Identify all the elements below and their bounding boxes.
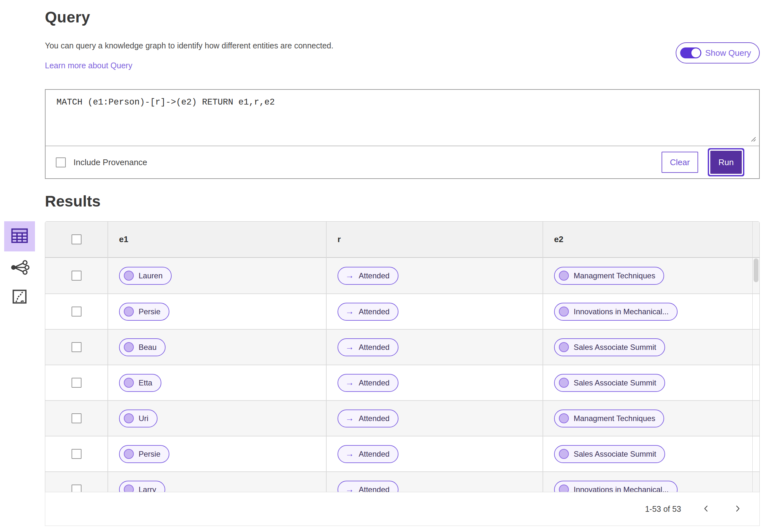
entity-pill-e1[interactable]: Persie bbox=[119, 445, 169, 463]
row-checkbox[interactable] bbox=[72, 307, 81, 317]
table-row: Persie → Attended Sales Associate Summit bbox=[45, 436, 759, 471]
toggle-knob bbox=[691, 48, 700, 57]
include-provenance-label: Include Provenance bbox=[73, 157, 147, 167]
results-table: e1 r e2 Lauren → Attended Managment Tech… bbox=[45, 221, 760, 507]
entity-pill-e2[interactable]: Innovations in Mechanical... bbox=[554, 303, 678, 321]
row-checkbox[interactable] bbox=[72, 413, 81, 423]
relation-label: Attended bbox=[359, 450, 390, 459]
chevron-right-icon bbox=[733, 504, 742, 514]
relation-pill[interactable]: → Attended bbox=[337, 303, 399, 321]
relation-label: Attended bbox=[359, 343, 390, 352]
entity-label: Etta bbox=[139, 378, 152, 387]
column-divider bbox=[543, 222, 543, 506]
show-query-label: Show Query bbox=[705, 48, 751, 58]
query-footer: Include Provenance Clear Run bbox=[46, 146, 759, 178]
row-checkbox[interactable] bbox=[72, 378, 81, 388]
entity-label: Uri bbox=[139, 414, 148, 423]
entity-label: Sales Associate Summit bbox=[574, 378, 656, 387]
arrow-right-icon: → bbox=[345, 307, 354, 316]
learn-more-link[interactable]: Learn more about Query bbox=[45, 61, 132, 70]
column-divider bbox=[326, 222, 326, 506]
entity-pill-e2[interactable]: Managment Techniques bbox=[554, 410, 664, 427]
pagination-bar: 1-53 of 53 bbox=[45, 492, 760, 526]
row-checkbox[interactable] bbox=[72, 449, 81, 459]
entity-node-icon bbox=[559, 378, 569, 388]
row-checkbox[interactable] bbox=[72, 342, 81, 352]
entity-label: Sales Associate Summit bbox=[574, 450, 656, 459]
entity-node-icon bbox=[559, 271, 569, 281]
entity-node-icon bbox=[124, 271, 134, 281]
relation-pill[interactable]: → Attended bbox=[337, 374, 399, 392]
view-switcher-chart[interactable] bbox=[0, 290, 39, 305]
column-divider bbox=[107, 222, 108, 506]
arrow-right-icon: → bbox=[345, 271, 354, 280]
column-header-e2: e2 bbox=[543, 234, 759, 244]
relation-pill[interactable]: → Attended bbox=[337, 267, 399, 285]
arrow-right-icon: → bbox=[345, 414, 354, 423]
entity-pill-e2[interactable]: Sales Associate Summit bbox=[554, 445, 665, 463]
entity-pill-e1[interactable]: Persie bbox=[119, 303, 169, 321]
arrow-right-icon: → bbox=[345, 378, 354, 387]
relation-pill[interactable]: → Attended bbox=[337, 445, 399, 463]
entity-node-icon bbox=[124, 413, 134, 423]
entity-pill-e1[interactable]: Lauren bbox=[119, 267, 172, 285]
chart-view-icon bbox=[13, 290, 27, 305]
clear-button[interactable]: Clear bbox=[662, 152, 698, 173]
arrow-right-icon: → bbox=[345, 450, 354, 458]
entity-node-icon bbox=[559, 413, 569, 423]
select-all-checkbox[interactable] bbox=[72, 234, 81, 244]
entity-node-icon bbox=[124, 342, 134, 352]
relation-label: Attended bbox=[359, 307, 390, 316]
previous-page-button[interactable] bbox=[700, 502, 713, 516]
entity-label: Persie bbox=[139, 450, 160, 459]
page-title: Query bbox=[45, 8, 90, 26]
table-body: Lauren → Attended Managment Techniques P… bbox=[45, 258, 759, 507]
entity-pill-e1[interactable]: Uri bbox=[119, 410, 157, 427]
query-editor[interactable]: MATCH (e1:Person)-[r]->(e2) RETURN e1,r,… bbox=[46, 90, 759, 146]
entity-label: Sales Associate Summit bbox=[574, 343, 656, 352]
query-input[interactable]: MATCH (e1:Person)-[r]->(e2) RETURN e1,r,… bbox=[46, 90, 759, 115]
view-switcher-table-selected[interactable] bbox=[4, 221, 35, 251]
include-provenance-checkbox[interactable] bbox=[56, 157, 66, 167]
entity-pill-e2[interactable]: Managment Techniques bbox=[554, 267, 664, 285]
run-button[interactable]: Run bbox=[710, 151, 742, 174]
relation-label: Attended bbox=[359, 271, 390, 280]
next-page-button[interactable] bbox=[731, 502, 744, 516]
table-header-row: e1 r e2 bbox=[45, 222, 759, 258]
entity-pill-e1[interactable]: Beau bbox=[119, 338, 165, 356]
entity-label: Innovations in Mechanical... bbox=[574, 307, 669, 316]
table-row: Uri → Attended Managment Techniques bbox=[45, 400, 759, 436]
table-scrollbar[interactable] bbox=[752, 222, 759, 506]
relation-label: Attended bbox=[359, 378, 390, 387]
entity-node-icon bbox=[124, 307, 134, 317]
table-view-icon bbox=[11, 228, 28, 244]
entity-label: Persie bbox=[139, 307, 160, 316]
entity-label: Lauren bbox=[139, 271, 163, 280]
column-header-e1: e1 bbox=[107, 234, 326, 244]
entity-label: Beau bbox=[139, 343, 156, 352]
relation-label: Attended bbox=[359, 414, 390, 423]
entity-node-icon bbox=[124, 378, 134, 388]
chevron-left-icon bbox=[702, 504, 711, 514]
entity-pill-e2[interactable]: Sales Associate Summit bbox=[554, 374, 665, 392]
entity-pill-e1[interactable]: Etta bbox=[119, 374, 161, 392]
pagination-range-label: 1-53 of 53 bbox=[645, 504, 681, 514]
toggle-on-icon[interactable] bbox=[680, 47, 701, 58]
entity-label: Managment Techniques bbox=[574, 271, 655, 280]
view-switcher-graph[interactable] bbox=[0, 260, 39, 276]
table-row: Etta → Attended Sales Associate Summit bbox=[45, 365, 759, 400]
scrollbar-thumb[interactable] bbox=[754, 258, 758, 282]
table-row: Persie → Attended Innovations in Mechani… bbox=[45, 293, 759, 329]
relation-pill[interactable]: → Attended bbox=[337, 410, 399, 427]
entity-pill-e2[interactable]: Sales Associate Summit bbox=[554, 338, 665, 356]
row-checkbox[interactable] bbox=[72, 271, 81, 281]
entity-node-icon bbox=[559, 342, 569, 352]
show-query-toggle-button[interactable]: Show Query bbox=[676, 42, 760, 63]
query-panel: MATCH (e1:Person)-[r]->(e2) RETURN e1,r,… bbox=[45, 89, 760, 179]
query-description: You can query a knowledge graph to ident… bbox=[45, 41, 333, 50]
resize-handle-icon[interactable] bbox=[750, 136, 757, 144]
entity-node-icon bbox=[559, 449, 569, 459]
relation-pill[interactable]: → Attended bbox=[337, 338, 399, 356]
arrow-right-icon: → bbox=[345, 343, 354, 351]
table-row: Lauren → Attended Managment Techniques bbox=[45, 258, 759, 293]
